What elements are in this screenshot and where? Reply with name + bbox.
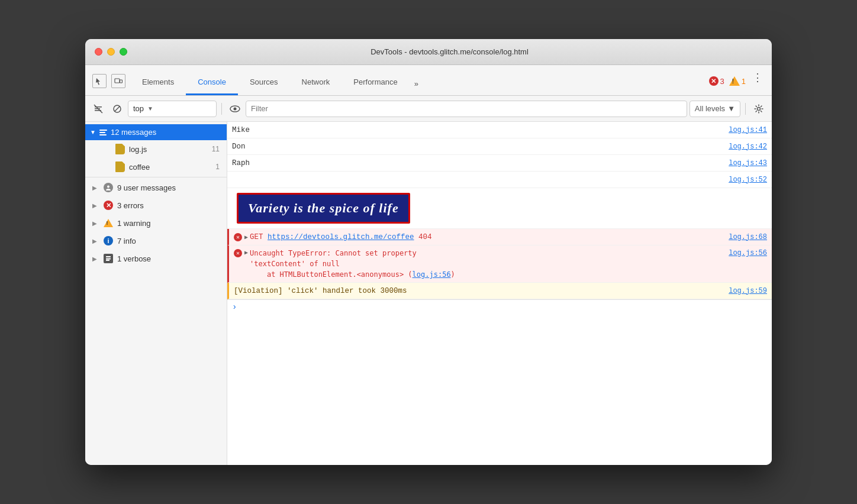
device-toolbar-button[interactable] (111, 74, 125, 88)
expand-arrow-icon: ▼ (90, 129, 96, 135)
error-inner-link[interactable]: log.js:56 (413, 270, 451, 279)
console-row: Raph log.js:43 (227, 155, 772, 172)
sidebar-item-count: 11 (212, 145, 220, 153)
svg-point-8 (234, 107, 237, 110)
levels-selector[interactable]: All levels ▼ (690, 101, 740, 117)
sidebar-item-count: 1 (215, 163, 220, 171)
context-value: top (133, 104, 144, 113)
expand-arrow-icon: ▶ (92, 220, 99, 227)
clear-console-button[interactable] (90, 101, 107, 117)
sidebar-messages-header[interactable]: ▼ 12 messages (85, 124, 227, 140)
toolbar-separator-2 (745, 103, 746, 115)
file-icon (115, 144, 125, 154)
console-row-link[interactable]: log.js:41 (729, 126, 767, 134)
console-input-row: › (227, 299, 772, 314)
chevron-down-icon: ▼ (147, 105, 153, 112)
styled-text: Variety is the spice of life (248, 201, 399, 215)
console-row-text: Mike (232, 126, 724, 134)
main-content: ▼ 12 messages log.js 11 (85, 122, 772, 465)
console-row-link[interactable]: log.js:42 (729, 143, 767, 151)
sidebar-item-label: 1 verbose (117, 254, 220, 263)
maximize-button[interactable] (120, 48, 127, 56)
svg-rect-13 (106, 260, 109, 261)
sidebar-item-logjs[interactable]: log.js 11 (97, 140, 227, 158)
expand-arrow-icon: ▶ (92, 202, 99, 209)
svg-rect-1 (120, 80, 123, 83)
sidebar-item-errors[interactable]: ▶ ✕ 3 errors (85, 196, 227, 214)
sidebar-divider (85, 177, 227, 177)
tabbar: Elements Console Sources Network Perform… (85, 65, 772, 96)
toolbar-separator (221, 103, 222, 115)
console-row: log.js:52 (227, 172, 772, 188)
tab-network[interactable]: Network (290, 73, 342, 95)
tab-toolbar-icons (92, 74, 125, 95)
console-row-link[interactable]: log.js:56 (729, 249, 767, 257)
error-circle-icon: ✕ (234, 233, 242, 241)
console-row: Don log.js:42 (227, 138, 772, 155)
tab-performance[interactable]: Performance (341, 73, 409, 95)
svg-line-6 (115, 106, 120, 111)
sidebar-item-coffee[interactable]: coffee 1 (97, 158, 227, 176)
sidebar-item-label: 1 warning (117, 219, 220, 228)
console-row-text: Raph (232, 159, 724, 167)
expand-arrow-icon: ▶ (92, 238, 99, 244)
console-toolbar: top ▼ All levels ▼ (85, 96, 772, 122)
settings-gear-button[interactable] (750, 101, 767, 117)
sidebar-item-user-messages[interactable]: ▶ 9 user messages (85, 179, 227, 196)
info-icon: i (103, 235, 114, 246)
expand-arrow-icon: ▶ (92, 256, 99, 262)
console-styled-row: Variety is the spice of life (227, 188, 772, 229)
warning-icon (103, 218, 114, 228)
console-row-link[interactable]: log.js:59 (729, 287, 767, 295)
sidebar-item-label: 9 user messages (117, 183, 220, 192)
error-url-link[interactable]: https://devtools.glitch.me/coffee (268, 233, 414, 241)
sidebar-item-verbose[interactable]: ▶ 1 verbose (85, 250, 227, 267)
filter-input[interactable] (246, 101, 687, 117)
console-row-text: GET https://devtools.glitch.me/coffee 40… (250, 233, 724, 241)
console-row-link[interactable]: log.js:43 (729, 159, 767, 167)
expand-arrow-icon: ▶ (244, 249, 248, 256)
close-button[interactable] (95, 48, 102, 56)
console-warning-row: [Violation] 'click' handler took 3000ms … (227, 283, 772, 299)
svg-rect-12 (106, 259, 111, 260)
console-row-link[interactable]: log.js:52 (729, 176, 767, 184)
levels-arrow-icon: ▼ (727, 104, 735, 113)
tab-sources[interactable]: Sources (238, 73, 290, 95)
tab-console[interactable]: Console (186, 73, 238, 95)
list-icon (99, 130, 107, 135)
tab-elements[interactable]: Elements (130, 73, 186, 95)
svg-rect-11 (106, 256, 111, 257)
file-icon (115, 161, 125, 172)
warning-triangle-icon (729, 76, 740, 86)
context-selector[interactable]: top ▼ (128, 101, 217, 117)
devtools-window: DevTools - devtools.glitch.me/console/lo… (85, 39, 772, 465)
minimize-button[interactable] (107, 48, 115, 56)
select-element-button[interactable] (92, 74, 107, 88)
console-row-text: Don (232, 143, 724, 151)
error-circle-icon: ✕ (709, 76, 719, 86)
svg-point-9 (758, 107, 761, 110)
user-icon (103, 182, 114, 193)
tab-menu-button[interactable]: ⋮ (750, 74, 765, 88)
expand-arrow-icon: ▶ (244, 234, 248, 241)
svg-rect-0 (115, 79, 120, 83)
sidebar-item-label: coffee (129, 163, 212, 172)
console-row-text: Uncaught TypeError: Cannot set property … (250, 248, 724, 280)
tab-more-button[interactable]: » (410, 75, 423, 95)
sidebar-item-info[interactable]: ▶ i 7 info (85, 232, 227, 250)
verbose-icon (103, 253, 114, 264)
console-row-link[interactable]: log.js:68 (729, 233, 767, 241)
expand-arrow-icon: ▶ (92, 185, 99, 191)
console-prompt-icon: › (232, 302, 237, 312)
eye-icon-button[interactable] (227, 101, 243, 117)
block-icon-button[interactable] (109, 101, 125, 117)
svg-point-10 (107, 186, 109, 188)
console-error-row: ✕ ▶ GET https://devtools.glitch.me/coffe… (227, 229, 772, 245)
tab-badges: ✕ 3 1 ⋮ (709, 74, 765, 95)
sidebar-item-warnings[interactable]: ▶ 1 warning (85, 214, 227, 232)
sidebar-item-label: log.js (129, 145, 208, 154)
styled-console-output: Variety is the spice of life (237, 193, 410, 224)
console-row-text: [Violation] 'click' handler took 3000ms (234, 287, 724, 295)
traffic-lights (95, 48, 127, 56)
console-input[interactable] (241, 303, 767, 312)
